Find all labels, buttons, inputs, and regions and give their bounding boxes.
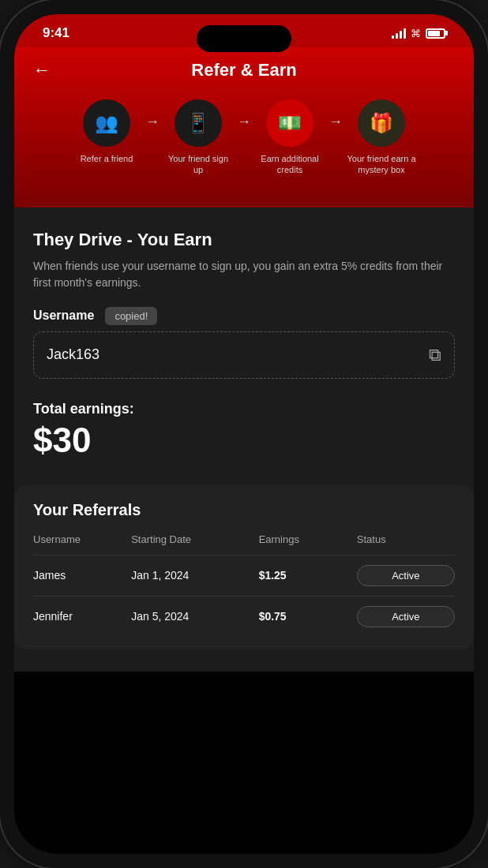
step-3-icon-wrap: 💵 <box>266 99 313 147</box>
referrals-title: Your Referrals <box>33 501 455 519</box>
row2-username: Jennifer <box>33 610 131 623</box>
refer-friend-icon: 👥 <box>95 112 118 134</box>
earnings-amount: $30 <box>33 421 455 460</box>
mystery-box-icon: 🎁 <box>370 112 393 134</box>
dynamic-island <box>197 25 291 52</box>
signal-icon <box>392 28 406 39</box>
main-content: They Drive - You Earn When friends use y… <box>14 208 474 672</box>
step-1-icon-wrap: 👥 <box>83 99 130 147</box>
earn-credits-icon: 💵 <box>278 112 302 134</box>
page-title: Refer & Earn <box>191 60 296 80</box>
arrow-2: → <box>237 114 251 130</box>
header-nav: ← Refer & Earn <box>33 60 455 80</box>
table-row: Jennifer Jan 5, 2024 $0.75 Active <box>33 596 455 637</box>
wifi-icon: ⌘ <box>411 28 421 39</box>
row2-earnings: $0.75 <box>259 610 357 623</box>
row1-earnings: $1.25 <box>259 569 357 582</box>
battery-icon <box>426 28 445 39</box>
step-3: 💵 Earn additional credits <box>254 99 325 176</box>
status-bar: 9:41 ⌘ <box>14 14 474 47</box>
copied-badge: copied! <box>105 307 157 325</box>
back-button[interactable]: ← <box>33 60 51 80</box>
phone-frame: 9:41 ⌘ ← Refer & Earn <box>0 0 488 868</box>
step-2-label: Your friend sign up <box>163 153 234 176</box>
username-input-wrap[interactable]: Jack163 ⧉ <box>33 331 455 379</box>
row1-username: James <box>33 569 131 582</box>
col-status: Status <box>357 533 455 545</box>
phone-screen: 9:41 ⌘ ← Refer & Earn <box>14 14 474 854</box>
arrow-3: → <box>328 114 343 130</box>
step-2-icon-wrap: 📱 <box>175 99 222 147</box>
row1-date: Jan 1, 2024 <box>131 569 258 582</box>
step-1: 👥 Refer a friend <box>71 99 142 164</box>
earnings-label: Total earnings: <box>33 401 455 417</box>
username-label: Username <box>33 309 94 323</box>
col-earnings: Earnings <box>259 533 357 545</box>
col-username: Username <box>33 533 131 545</box>
status-time: 9:41 <box>43 25 69 41</box>
table-row: James Jan 1, 2024 $1.25 Active <box>33 555 455 596</box>
step-4-label: Your friend earn a mystery box <box>346 153 417 176</box>
steps-row: 👥 Refer a friend → 📱 Your friend sign up… <box>33 99 455 176</box>
status-icons: ⌘ <box>392 28 445 39</box>
table-header: Username Starting Date Earnings Status <box>33 533 455 545</box>
referrals-section: Your Referrals Username Starting Date Ea… <box>14 485 474 649</box>
row2-status: Active <box>357 606 455 627</box>
row2-date: Jan 5, 2024 <box>131 610 258 623</box>
username-label-row: Username copied! <box>33 307 455 325</box>
step-1-label: Refer a friend <box>81 153 133 164</box>
step-3-label: Earn additional credits <box>254 153 325 176</box>
friend-signup-icon: 📱 <box>186 112 210 134</box>
section-description: When friends use your username to sign u… <box>33 258 455 291</box>
step-2: 📱 Your friend sign up <box>163 99 234 176</box>
step-4-icon-wrap: 🎁 <box>358 99 405 147</box>
section-title: They Drive - You Earn <box>33 230 455 250</box>
col-starting-date: Starting Date <box>131 533 258 545</box>
arrow-1: → <box>145 114 160 130</box>
step-4: 🎁 Your friend earn a mystery box <box>346 99 417 176</box>
copy-icon[interactable]: ⧉ <box>429 345 441 365</box>
header: ← Refer & Earn 👥 Refer a friend → 📱 Your… <box>14 47 474 208</box>
row1-status: Active <box>357 565 455 586</box>
username-value: Jack163 <box>47 346 99 363</box>
